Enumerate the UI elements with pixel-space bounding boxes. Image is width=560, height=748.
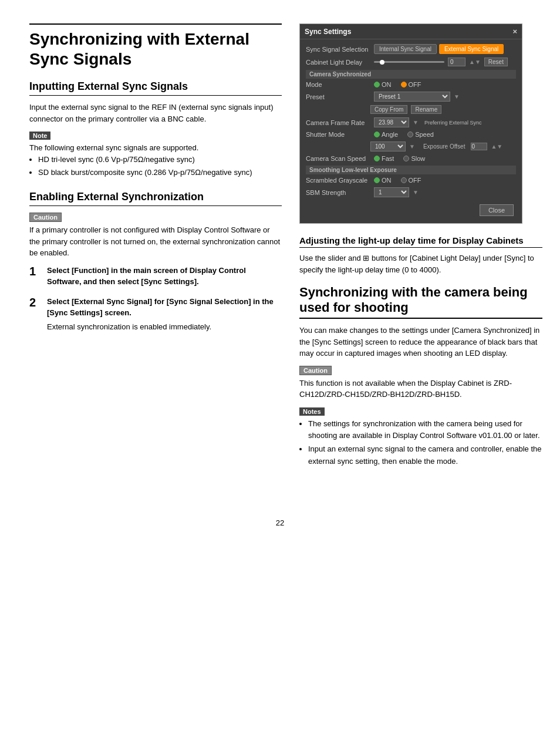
scrambled-off-circle: [401, 177, 407, 183]
scrambled-on-radio[interactable]: ON: [374, 177, 392, 184]
step-1-content: Select [Function] in the main screen of …: [47, 265, 282, 288]
scan-slow-circle: [403, 156, 409, 161]
sync-camera-title: Synchronizing with the camera being used…: [299, 285, 542, 319]
camera-sync-header: Camera Synchronized: [306, 70, 516, 79]
shutter-angle-circle: [374, 132, 380, 137]
step-2-num: 2: [29, 296, 41, 333]
left-column: Synchronizing with External Sync Signals…: [29, 23, 282, 477]
smoothing-header: Smoothing Low-level Exposure: [306, 166, 516, 174]
scrambled-row: Scrambled Grayscale ON OFF: [306, 177, 516, 184]
section-inputting-title: Inputting External Sync Signals: [29, 80, 282, 96]
exposure-offset-label: Exposure Offset: [423, 143, 465, 150]
internal-sync-btn[interactable]: Internal Sync Signal: [374, 44, 437, 54]
close-btn-row: Close: [306, 201, 516, 218]
dialog-titlebar: Sync Settings ×: [300, 24, 522, 39]
notes2-bullets: The settings for synchronization with th…: [299, 418, 542, 468]
mode-on-circle: [374, 82, 380, 87]
sbm-arrow: ▼: [413, 189, 419, 196]
main-title: Synchronizing with External Sync Signals: [29, 23, 282, 69]
adj-body: Use the slider and ⊞ buttons for [Cabine…: [299, 252, 542, 275]
scan-fast-label: Fast: [382, 155, 394, 162]
sync-camera-body: You can make changes to the settings und…: [299, 325, 542, 359]
shutter-speed-radio[interactable]: Speed: [407, 131, 434, 138]
caution2-label: Caution: [299, 366, 332, 375]
shutter-angle-radio[interactable]: Angle: [374, 131, 398, 138]
reset-btn[interactable]: Reset: [484, 58, 508, 66]
dialog-close-button[interactable]: ×: [512, 27, 517, 36]
exposure-arrows: ▲▼: [491, 143, 502, 150]
exposure-offset-input[interactable]: [471, 143, 487, 150]
section-inputting-body: Input the external sync signal to the RE…: [29, 102, 282, 124]
notes2-bullet-2: Input an external sync signal to the cam…: [308, 443, 542, 468]
sync-dialog: Sync Settings × Sync Signal Selection In…: [299, 23, 522, 224]
caution-box: Caution If a primary controller is not c…: [29, 212, 282, 259]
frame-rate-label: Camera Frame Rate: [306, 119, 370, 126]
scan-speed-label: Camera Scan Speed: [306, 155, 370, 162]
scan-slow-label: Slow: [411, 155, 425, 162]
note-text: The following external sync signals are …: [29, 142, 282, 154]
rename-btn[interactable]: Rename: [411, 105, 441, 114]
mode-on-label: ON: [382, 81, 392, 88]
scan-fast-radio[interactable]: Fast: [374, 155, 394, 162]
step-2: 2 Select [External Sync Signal] for [Syn…: [29, 296, 282, 333]
step-1-text: Select [Function] in the main screen of …: [47, 266, 246, 287]
external-sync-btn[interactable]: External Sync Signal: [439, 44, 504, 54]
sync-signal-row: Sync Signal Selection Internal Sync Sign…: [306, 44, 516, 54]
scan-speed-row: Camera Scan Speed Fast Slow: [306, 155, 516, 162]
adj-section: Adjusting the light-up delay time for Di…: [299, 235, 542, 275]
dialog-body: Sync Signal Selection Internal Sync Sign…: [300, 39, 522, 223]
note-box: Note The following external sync signals…: [29, 130, 282, 179]
cabinet-light-row: Cabinet Light Delay ▲▼ Reset: [306, 58, 516, 66]
frame-rate-row: Camera Frame Rate 23.98 ▼ Preferring Ext…: [306, 117, 516, 127]
shutter-speed-label: Speed: [415, 131, 434, 138]
shutter-mode-label: Shutter Mode: [306, 131, 370, 138]
caution2-box: Caution This function is not available w…: [299, 365, 542, 400]
scan-slow-radio[interactable]: Slow: [403, 155, 425, 162]
caution2-text: This function is not available when the …: [299, 378, 542, 400]
copy-from-btn[interactable]: Copy From: [370, 105, 407, 114]
preset-select[interactable]: Preset 1: [374, 92, 450, 102]
note-bullet-1: HD tri-level sync (0.6 Vp-p/75Ω/negative…: [38, 154, 282, 166]
scrambled-off-label: OFF: [409, 177, 421, 184]
mode-off-circle: [401, 82, 407, 87]
note-bullet-2: SD black burst/composite sync (0.286 Vp-…: [38, 167, 282, 179]
mode-off-radio[interactable]: OFF: [401, 81, 421, 88]
sync-camera-section: Synchronizing with the camera being used…: [299, 285, 542, 468]
sbm-select[interactable]: 1: [374, 187, 409, 197]
note-label: Note: [29, 132, 50, 140]
step-2-content: Select [External Sync Signal] for [Sync …: [47, 296, 282, 333]
mode-row: Mode ON OFF: [306, 81, 516, 88]
scrambled-off-radio[interactable]: OFF: [401, 177, 421, 184]
slider-value-input[interactable]: [448, 58, 465, 66]
preset-arrow: ▼: [454, 93, 460, 100]
light-delay-slider[interactable]: [374, 61, 444, 63]
notes2-box: Notes The settings for synchronization w…: [299, 406, 542, 468]
scrambled-on-label: ON: [382, 177, 392, 184]
sbm-row: SBM Strength 1 ▼: [306, 187, 516, 197]
mode-on-radio[interactable]: ON: [374, 81, 392, 88]
section-enabling-title: Enabling External Synchronization: [29, 191, 282, 206]
scrambled-label: Scrambled Grayscale: [306, 177, 370, 184]
mode-off-label: OFF: [409, 81, 421, 88]
page-number: 22: [0, 518, 560, 527]
scan-fast-circle: [374, 156, 380, 161]
shutter-speed-circle: [407, 132, 413, 137]
cabinet-light-label: Cabinet Light Delay: [306, 59, 370, 66]
close-dialog-btn[interactable]: Close: [480, 204, 514, 216]
shutter-angle-label: Angle: [382, 131, 398, 138]
preset-row: Preset Preset 1 ▼: [306, 92, 516, 102]
prefer-ext-sync: Preferring External Sync: [424, 120, 482, 126]
right-column: Sync Settings × Sync Signal Selection In…: [299, 23, 542, 477]
shutter-value-arrow: ▼: [409, 143, 415, 150]
mode-label: Mode: [306, 81, 370, 88]
frame-rate-select[interactable]: 23.98: [374, 117, 409, 127]
note-bullets: HD tri-level sync (0.6 Vp-p/75Ω/negative…: [29, 154, 282, 180]
shutter-mode-row: Shutter Mode Angle Speed: [306, 131, 516, 138]
step-1: 1 Select [Function] in the main screen o…: [29, 265, 282, 288]
notes2-bullet-1: The settings for synchronization with th…: [308, 418, 542, 443]
shutter-value-select[interactable]: 100: [370, 141, 406, 151]
sync-btn-group: Internal Sync Signal External Sync Signa…: [374, 44, 504, 54]
sbm-label: SBM Strength: [306, 189, 370, 196]
scrambled-on-circle: [374, 177, 380, 183]
shutter-value-row: 100 ▼ Exposure Offset ▲▼: [306, 141, 516, 151]
